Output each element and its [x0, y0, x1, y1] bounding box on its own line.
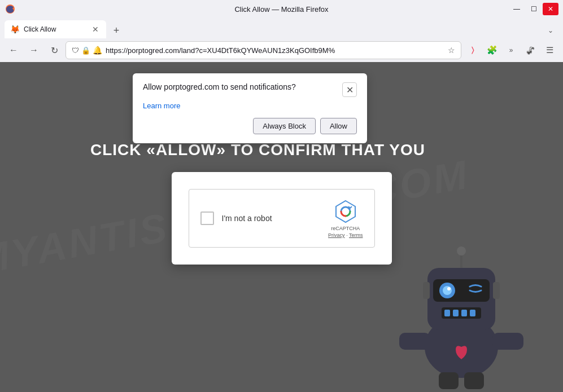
svg-rect-16	[439, 372, 459, 389]
browser-title: Click Allow — Mozilla Firefox	[234, 5, 328, 14]
captcha-left: I'm not a robot	[200, 212, 272, 225]
notification-buttons: Always Block Allow	[143, 118, 357, 134]
svg-rect-19	[493, 282, 500, 299]
svg-rect-17	[464, 372, 484, 389]
recaptcha-logo-icon	[333, 199, 359, 224]
robot-character	[382, 212, 540, 392]
title-bar-left	[5, 3, 16, 15]
svg-rect-11	[470, 310, 475, 316]
svg-point-6	[447, 287, 451, 290]
recaptcha-brand-text: reCAPTCHA	[331, 226, 360, 231]
svg-rect-18	[423, 282, 430, 299]
captcha-widget: I'm not a robot reCAPTCHA	[172, 172, 392, 265]
account-button[interactable]: 🦨	[521, 41, 539, 59]
notification-popup: Allow porptogred.com to send notificatio…	[133, 73, 367, 143]
captcha-right: reCAPTCHA Privacy · Terms	[328, 199, 363, 238]
reload-button[interactable]: ↻	[45, 41, 63, 59]
extensions-button[interactable]: 🧩	[483, 41, 501, 59]
forward-button[interactable]: →	[25, 41, 43, 59]
firefox-logo-icon	[5, 3, 16, 15]
learn-more-link[interactable]: Learn more	[143, 102, 357, 110]
lock-icon: 🔒	[81, 46, 90, 55]
pocket-button[interactable]: 〉	[464, 41, 482, 59]
tab-favicon-icon: 🦊	[10, 25, 19, 34]
captcha-checkbox[interactable]	[200, 212, 214, 225]
minimize-button[interactable]: —	[509, 3, 525, 15]
address-input[interactable]	[106, 46, 444, 55]
more-extensions-button[interactable]: »	[502, 41, 520, 59]
page-main-text: CLICK «ALLOW» TO CONFIRM THAT YOU	[90, 141, 563, 159]
nav-bar: ← → ↻ 🛡 🔒 🔔 ☆ 〉 🧩 » 🦨 ☰	[0, 38, 563, 62]
list-all-tabs-button[interactable]: ⌄	[543, 23, 558, 38]
maximize-button[interactable]: ☐	[526, 3, 542, 15]
recaptcha-links: Privacy · Terms	[328, 232, 363, 238]
tab-bar: 🦊 Click Allow ✕ + ⌄	[0, 18, 563, 38]
captcha-inner: I'm not a robot reCAPTCHA	[189, 189, 375, 248]
svg-rect-15	[492, 333, 523, 350]
address-bar[interactable]: 🛡 🔒 🔔 ☆	[66, 41, 461, 59]
svg-rect-8	[444, 310, 450, 316]
address-bar-icons: 🛡 🔒 🔔	[72, 46, 102, 55]
separator: ·	[346, 232, 348, 238]
tab-close-button[interactable]: ✕	[90, 24, 101, 34]
notification-header: Allow porptogred.com to send notificatio…	[143, 82, 357, 97]
nav-toolbar-right: 〉 🧩 » 🦨 ☰	[464, 41, 558, 59]
svg-rect-10	[461, 310, 467, 316]
svg-point-13	[457, 246, 466, 256]
browser-tab[interactable]: 🦊 Click Allow ✕	[5, 20, 106, 38]
tab-title: Click Allow	[24, 25, 86, 33]
svg-rect-9	[453, 310, 459, 316]
always-block-button[interactable]: Always Block	[253, 118, 316, 134]
captcha-label: I'm not a robot	[222, 214, 272, 223]
svg-rect-14	[399, 333, 430, 350]
close-button[interactable]: ✕	[543, 3, 558, 15]
bookmark-star-icon[interactable]: ☆	[448, 46, 455, 55]
privacy-link[interactable]: Privacy	[328, 232, 345, 238]
notification-title: Allow porptogred.com to send notificatio…	[143, 82, 342, 91]
tab-bar-right: ⌄	[543, 23, 558, 38]
svg-point-5	[443, 286, 452, 295]
shield-icon: 🛡	[72, 46, 79, 55]
new-tab-button[interactable]: +	[108, 23, 124, 38]
page-content: MYANTISPYWARE.COM CLICK «ALLOW» TO CONFI…	[0, 62, 563, 392]
browser-window: Click Allow — Mozilla Firefox — ☐ ✕ 🦊 Cl…	[0, 0, 563, 392]
title-bar-controls: — ☐ ✕	[509, 3, 558, 15]
menu-button[interactable]: ☰	[540, 41, 558, 59]
notification-close-button[interactable]: ✕	[342, 82, 357, 97]
title-bar: Click Allow — Mozilla Firefox — ☐ ✕	[0, 0, 563, 18]
terms-link[interactable]: Terms	[349, 232, 363, 238]
back-button[interactable]: ←	[5, 41, 23, 59]
allow-button[interactable]: Allow	[320, 118, 357, 134]
notification-permissions-icon: 🔔	[93, 46, 102, 55]
